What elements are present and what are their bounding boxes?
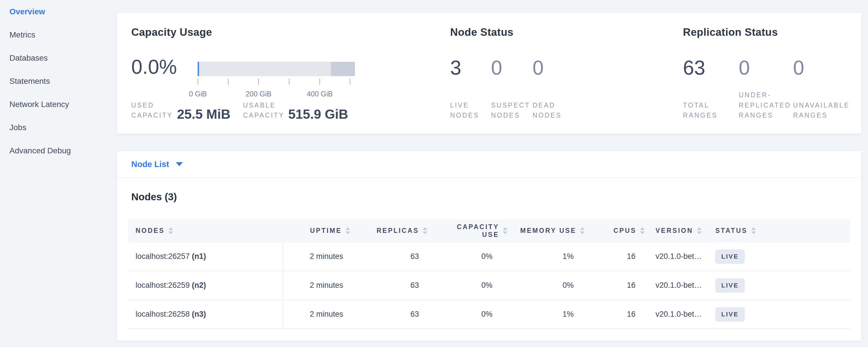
unavailable-ranges-stat: 0 Unavailable Ranges: [793, 57, 859, 121]
suspect-nodes-stat: 0 Suspect Nodes: [491, 57, 532, 121]
sort-icon: [168, 227, 173, 234]
node-status-stats: 3 Live Nodes 0 Suspect Nodes 0 Dead Node…: [450, 57, 590, 121]
total-ranges-label: Total Ranges: [683, 89, 717, 121]
nodes-table-header: Nodes Uptime Replicas Capacity Use Memor…: [128, 219, 850, 242]
replicas-cell: 63: [351, 281, 428, 290]
replicas-cell: 63: [351, 310, 428, 319]
unavailable-ranges-label: Unavailable Ranges: [793, 89, 853, 121]
sidebar-item-jobs[interactable]: Jobs: [0, 116, 116, 139]
used-capacity-marker: [197, 62, 199, 76]
sidebar-item-metrics[interactable]: Metrics: [0, 23, 116, 46]
replication-status-section: Replication Status 63 Total Ranges 0 Und…: [683, 12, 855, 134]
capacity-bar: [197, 62, 355, 76]
table-row-node-1[interactable]: localhost:26257 (n1) 2 minutes 63 0% 1% …: [128, 242, 850, 271]
sort-icon: [697, 227, 702, 234]
node-address-cell: localhost:26258 (n3): [128, 310, 283, 319]
capacity-used-percent: 0.0%: [131, 56, 177, 78]
column-header-label: Status: [715, 227, 748, 234]
under-replicated-ranges-label: Under-Replicated Ranges: [739, 89, 789, 121]
dead-nodes-value: 0: [532, 57, 590, 89]
usable-capacity-label: Usable Capacity: [243, 100, 286, 121]
chevron-down-icon: [176, 162, 183, 166]
under-replicated-ranges-value: 0: [739, 57, 793, 89]
sidebar-item-network-latency[interactable]: Network Latency: [0, 93, 116, 116]
memory-use-cell: 1%: [508, 310, 586, 319]
table-row-node-3[interactable]: localhost:26258 (n3) 2 minutes 63 0% 1% …: [128, 300, 850, 329]
live-nodes-value: 3: [450, 57, 491, 89]
status-cell: LIVE: [712, 278, 850, 293]
sidebar-item-overview[interactable]: Overview: [0, 0, 116, 23]
sidebar-item-statements[interactable]: Statements: [0, 69, 116, 93]
under-replicated-ranges-stat: 0 Under-Replicated Ranges: [739, 57, 793, 121]
capacity-usage-title: Capacity Usage: [131, 26, 212, 38]
replication-stats: 63 Total Ranges 0 Under-Replicated Range…: [683, 57, 859, 121]
replicas-cell: 63: [351, 252, 428, 261]
dead-nodes-stat: 0 Dead Nodes: [532, 57, 590, 121]
node-status-section: Node Status 3 Live Nodes 0 Suspect Nodes…: [450, 12, 673, 134]
used-capacity-label: Used Capacity: [131, 100, 175, 121]
view-selector-label: Node List: [131, 160, 169, 169]
sidebar: Overview Metrics Databases Statements Ne…: [0, 0, 116, 162]
status-cell: LIVE: [712, 249, 850, 264]
nodes-table-body: localhost:26257 (n1) 2 minutes 63 0% 1% …: [128, 242, 850, 329]
capacity-use-cell: 0%: [428, 252, 508, 261]
version-cell: v20.1.0-bet…: [646, 252, 712, 261]
unavailable-ranges-value: 0: [793, 57, 859, 89]
column-header-version[interactable]: Version: [646, 227, 712, 234]
axis-tick: [197, 79, 198, 85]
status-badge: LIVE: [715, 278, 745, 293]
status-badge: LIVE: [715, 249, 745, 264]
column-header-uptime[interactable]: Uptime: [283, 227, 351, 234]
column-header-capacity-use[interactable]: Capacity Use: [428, 223, 508, 239]
sort-icon: [640, 227, 645, 234]
column-header-cpus[interactable]: CPUs: [586, 227, 646, 234]
nodes-table: Nodes Uptime Replicas Capacity Use Memor…: [128, 219, 850, 329]
table-row-node-2[interactable]: localhost:26259 (n2) 2 minutes 63 0% 0% …: [128, 271, 850, 300]
uptime-cell: 2 minutes: [283, 252, 351, 261]
sort-icon: [503, 227, 507, 234]
used-capacity-value: 25.5 MiB: [177, 107, 230, 121]
usable-capacity-value: 515.9 GiB: [288, 107, 348, 121]
memory-use-cell: 1%: [508, 252, 586, 261]
column-divider: [283, 242, 283, 329]
node-list-card: Node List Nodes (3) Nodes Uptime Replica…: [117, 151, 862, 341]
capacity-use-cell: 0%: [428, 281, 508, 290]
total-ranges-value: 63: [683, 57, 739, 89]
column-header-label: Uptime: [310, 227, 342, 234]
axis-tick: [319, 79, 320, 85]
live-nodes-stat: 3 Live Nodes: [450, 57, 491, 121]
node-address: localhost:26259: [135, 281, 190, 289]
column-header-replicas[interactable]: Replicas: [351, 227, 428, 234]
total-ranges-stat: 63 Total Ranges: [683, 57, 739, 121]
sidebar-item-databases[interactable]: Databases: [0, 46, 116, 69]
view-selector-dropdown[interactable]: Node List: [117, 151, 861, 178]
column-header-label: CPUs: [614, 227, 637, 234]
node-address-cell: localhost:26257 (n1): [128, 252, 283, 261]
column-header-label: Version: [655, 227, 693, 234]
status-badge: LIVE: [715, 307, 745, 321]
cpus-cell: 16: [586, 310, 646, 319]
status-cell: LIVE: [712, 307, 850, 321]
node-status-title: Node Status: [450, 26, 514, 38]
cpus-cell: 16: [586, 252, 646, 261]
suspect-nodes-value: 0: [491, 57, 532, 89]
cpus-cell: 16: [586, 281, 646, 290]
column-header-label: Nodes: [135, 227, 165, 234]
sidebar-item-advanced-debug[interactable]: Advanced Debug: [0, 139, 116, 162]
suspect-nodes-label: Suspect Nodes: [491, 89, 525, 121]
column-header-label: Capacity Use: [451, 223, 499, 239]
sort-icon: [423, 227, 427, 234]
nodes-heading: Nodes (3): [131, 191, 177, 202]
memory-use-cell: 0%: [508, 281, 586, 290]
column-header-memory-use[interactable]: Memory Use: [508, 227, 586, 234]
column-header-status[interactable]: Status: [712, 227, 850, 234]
node-id: (n3): [192, 310, 206, 318]
node-address: localhost:26258: [135, 310, 190, 318]
axis-tick: [350, 79, 350, 85]
capacity-bar-nonusable-segment: [331, 62, 355, 76]
uptime-cell: 2 minutes: [283, 281, 351, 290]
live-nodes-label: Live Nodes: [450, 89, 484, 121]
column-header-nodes[interactable]: Nodes: [128, 227, 283, 234]
sort-icon: [580, 227, 585, 234]
dead-nodes-label: Dead Nodes: [532, 89, 566, 121]
